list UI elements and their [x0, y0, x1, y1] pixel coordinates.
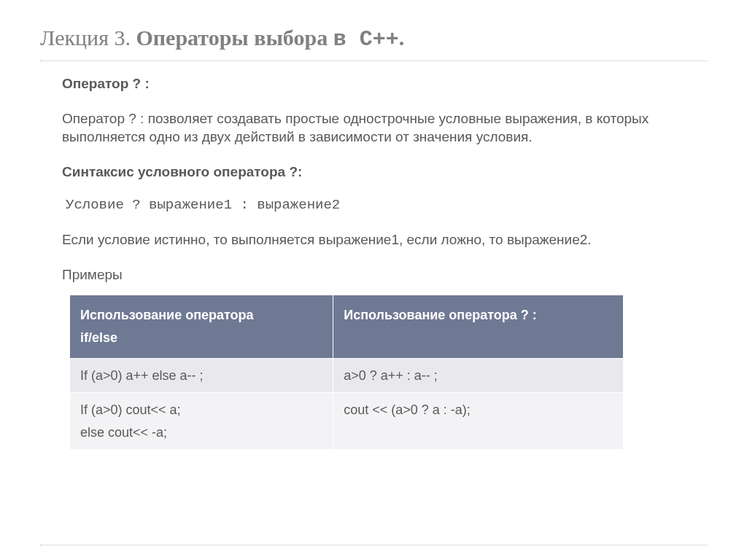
header-col1-line2: if/else — [80, 330, 117, 345]
title-suffix: . — [399, 26, 405, 50]
cell-r2c1-line2: else cout<< -a; — [80, 425, 167, 440]
divider-bottom — [40, 545, 707, 545]
slide-title: Лекция 3. Операторы выбора в С++. — [40, 26, 707, 52]
cell-r2c1: If (a>0) cout<< a; else cout<< -a; — [70, 393, 333, 450]
examples-table: Использование оператора if/else Использо… — [69, 295, 624, 450]
cell-r2c1-line1: If (a>0) cout<< a; — [80, 402, 181, 417]
code-syntax: Условие ? выражение1 : выражение2 — [66, 196, 707, 215]
title-bold: Операторы выбора — [136, 26, 333, 50]
syntax-header: Синтаксис условного оператора ?: — [62, 163, 707, 182]
title-mono: в С++ — [333, 27, 399, 52]
table-row: If (a>0) a++ else a-- ; a>0 ? a++ : a-- … — [70, 358, 624, 393]
slide-content: Оператор ? : Оператор ? : позволяет созд… — [62, 74, 707, 450]
divider-top — [40, 61, 707, 61]
cell-r2c2: cout << (a>0 ? a : -a); — [333, 393, 624, 450]
title-prefix: Лекция 3. — [40, 26, 136, 50]
cell-r1c2: a>0 ? a++ : a-- ; — [333, 358, 624, 393]
table-header-col2: Использование оператора ? : — [333, 295, 624, 358]
table-header-col1: Использование оператора if/else — [70, 295, 333, 358]
paragraph-intro: Оператор ? : позволяет создавать простые… — [62, 109, 707, 147]
paragraph-explain: Если условие истинно, то выполняется выр… — [62, 230, 707, 249]
header-col1-line1: Использование оператора — [80, 308, 254, 322]
cell-r1c1: If (a>0) a++ else a-- ; — [70, 358, 333, 393]
section-header: Оператор ? : — [62, 74, 707, 93]
table-row: If (a>0) cout<< a; else cout<< -a; cout … — [70, 393, 624, 450]
examples-label: Примеры — [62, 265, 707, 284]
